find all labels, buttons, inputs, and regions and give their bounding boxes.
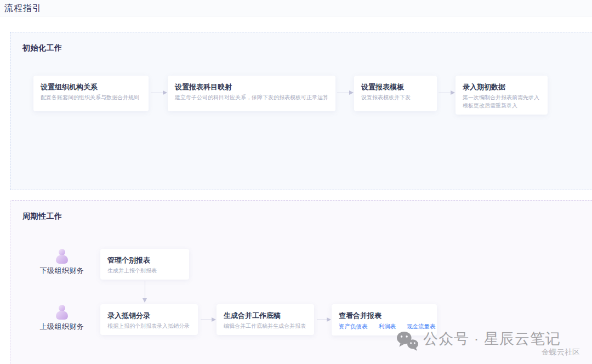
section-title-periodic: 周期性工作	[22, 212, 62, 221]
card-enter-opening-data[interactable]: 录入期初数据 第一次编制合并报表前需先录入 模板更改后需重新录入	[456, 76, 548, 115]
card-set-report-template[interactable]: 设置报表模板 设置报表模板并下发	[354, 76, 437, 111]
arrow-right-icon	[317, 320, 327, 320]
card-title: 查看合并报表	[339, 311, 430, 320]
arrow-right-icon	[439, 93, 451, 93]
watermark-text: 公众号 · 星辰云笔记	[423, 329, 561, 349]
person-body-shape	[56, 311, 68, 320]
card-desc: 编辑合并工作底稿并生成合并报表	[224, 322, 307, 330]
role-subordinate-finance: 下级组织财务	[35, 249, 89, 276]
card-title: 录入期初数据	[463, 83, 540, 91]
card-desc: 第一次编制合并报表前需先录入 模板更改后需重新录入	[463, 93, 540, 110]
card-title: 生成合并工作底稿	[224, 311, 307, 320]
card-title: 设置组织机构关系	[41, 83, 141, 91]
card-enter-elimination-entries[interactable]: 录入抵销分录 根据上报的个别报表录入抵销分录	[100, 304, 198, 335]
wechat-icon	[396, 331, 419, 351]
link-balance-sheet[interactable]: 资产负债表	[339, 323, 368, 331]
card-desc: 建立母子公司的科目对应关系，保障下发的报表模板可正常运算	[175, 93, 328, 101]
arrow-right-icon	[151, 93, 163, 93]
arrow-down-icon	[145, 281, 145, 298]
role-superior-finance: 上级组织财务	[35, 305, 89, 332]
card-desc: 配置各账套间的组织关系与数据合并规则	[41, 93, 141, 101]
card-title: 设置报表科目映射	[175, 83, 328, 91]
card-generate-consolidation-working-paper[interactable]: 生成合并工作底稿 编辑合并工作底稿并生成合并报表	[217, 304, 314, 335]
arrow-right-icon	[201, 320, 212, 320]
card-title: 录入抵销分录	[107, 311, 191, 320]
page-title: 流程指引	[4, 0, 42, 16]
watermark-subtext: 金蝶云社区	[542, 348, 580, 357]
person-icon	[55, 249, 69, 264]
person-icon	[55, 305, 69, 320]
person-body-shape	[56, 255, 68, 264]
card-set-org-structure-relation[interactable]: 设置组织机构关系 配置各账套间的组织关系与数据合并规则	[33, 76, 149, 111]
role-label: 上级组织财务	[35, 322, 89, 332]
card-title: 设置报表模板	[361, 83, 430, 91]
card-title: 管理个别报表	[107, 256, 182, 264]
header-bar: 流程指引	[0, 0, 592, 16]
arrow-right-icon	[337, 93, 349, 93]
role-label: 下级组织财务	[35, 266, 89, 276]
section-title-initialization: 初始化工作	[22, 43, 62, 53]
card-desc: 生成并上报个别报表	[107, 266, 182, 275]
card-desc: 设置报表模板并下发	[361, 93, 430, 101]
watermark: 公众号 · 星辰云笔记 金蝶云社区	[392, 328, 585, 361]
card-set-report-account-mapping[interactable]: 设置报表科目映射 建立母子公司的科目对应关系，保障下发的报表模板可正常运算	[168, 76, 335, 111]
card-manage-individual-reports[interactable]: 管理个别报表 生成并上报个别报表	[100, 249, 189, 280]
section-initialization: 初始化工作 设置组织机构关系 配置各账套间的组织关系与数据合并规则 设置报表科目…	[10, 32, 592, 190]
card-desc: 根据上报的个别报表录入抵销分录	[107, 322, 191, 330]
